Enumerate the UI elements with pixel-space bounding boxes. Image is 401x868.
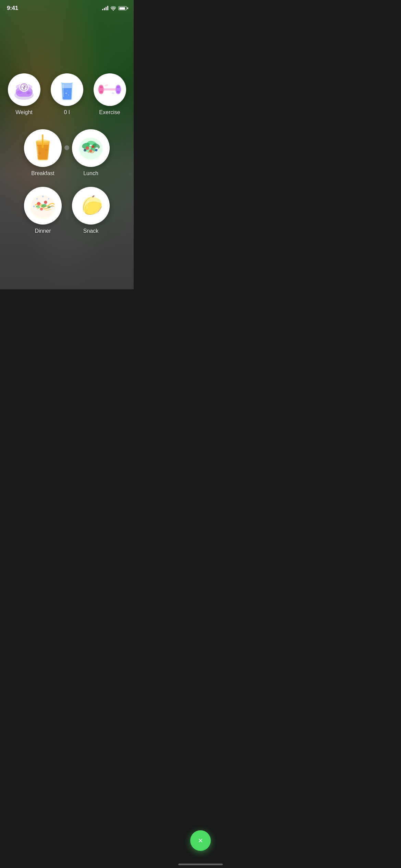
svg-point-43 [92, 145, 94, 148]
status-bar: 9:41 [0, 0, 134, 12]
svg-point-59 [40, 208, 43, 210]
svg-point-28 [111, 92, 114, 95]
svg-point-21 [99, 91, 103, 94]
svg-point-27 [104, 84, 108, 87]
svg-point-58 [44, 201, 47, 204]
breakfast-widget[interactable]: Breakfast [24, 129, 62, 177]
middle-meal-row: Breakfast [24, 129, 110, 177]
snack-label: Snack [83, 228, 98, 234]
svg-point-16 [68, 94, 69, 95]
water-label: 0 l [64, 109, 70, 116]
breakfast-circle[interactable] [24, 129, 62, 167]
signal-icon [102, 6, 108, 10]
top-row: Weight 0 l [8, 73, 126, 116]
breakfast-label: Breakfast [31, 170, 54, 177]
exercise-widget[interactable]: Exercise [94, 73, 126, 116]
water-widget[interactable]: 0 l [51, 73, 83, 116]
svg-point-56 [42, 195, 44, 197]
svg-rect-45 [95, 147, 98, 149]
svg-point-13 [17, 91, 23, 94]
svg-point-20 [99, 85, 103, 88]
weight-label: Weight [15, 109, 33, 116]
water-circle[interactable] [51, 73, 83, 106]
snack-widget[interactable]: Snack [72, 187, 110, 234]
lunch-label: Lunch [83, 170, 98, 177]
center-dot [64, 145, 69, 150]
status-time: 9:41 [7, 5, 18, 12]
bottom-meal-row: Dinner [24, 187, 110, 234]
dinner-label: Dinner [35, 228, 51, 234]
battery-icon [118, 6, 127, 10]
svg-point-15 [65, 93, 67, 94]
dinner-circle[interactable] [24, 187, 62, 225]
status-icons [102, 6, 127, 11]
lunch-circle[interactable] [72, 129, 110, 167]
exercise-icon [98, 80, 122, 99]
dinner-icon [28, 191, 58, 220]
weight-icon [13, 79, 35, 101]
svg-point-54 [36, 198, 38, 200]
exercise-circle[interactable] [94, 73, 126, 106]
svg-point-42 [86, 146, 89, 150]
snack-icon [78, 195, 104, 217]
content-area: Weight 0 l [0, 12, 134, 234]
svg-point-24 [116, 85, 120, 88]
weight-widget[interactable]: Weight [8, 73, 40, 116]
snack-circle[interactable] [72, 187, 110, 225]
breakfast-icon [31, 134, 55, 162]
svg-point-14 [26, 92, 31, 94]
svg-point-55 [48, 198, 49, 200]
exercise-label: Exercise [99, 109, 120, 116]
svg-point-48 [95, 149, 97, 151]
wifi-icon [110, 6, 116, 11]
svg-point-47 [84, 149, 86, 152]
svg-point-33 [45, 149, 48, 151]
svg-rect-31 [42, 134, 43, 148]
svg-rect-26 [103, 88, 116, 91]
svg-point-57 [37, 202, 40, 205]
svg-rect-46 [89, 145, 92, 146]
dinner-widget[interactable]: Dinner [24, 187, 62, 234]
lunch-widget[interactable]: Lunch [72, 129, 110, 177]
svg-point-32 [38, 152, 41, 155]
water-icon [58, 78, 76, 102]
weight-circle[interactable] [8, 73, 40, 106]
svg-point-52 [33, 205, 35, 207]
svg-point-17 [67, 91, 68, 91]
svg-point-25 [116, 91, 120, 94]
lunch-icon [76, 134, 106, 163]
